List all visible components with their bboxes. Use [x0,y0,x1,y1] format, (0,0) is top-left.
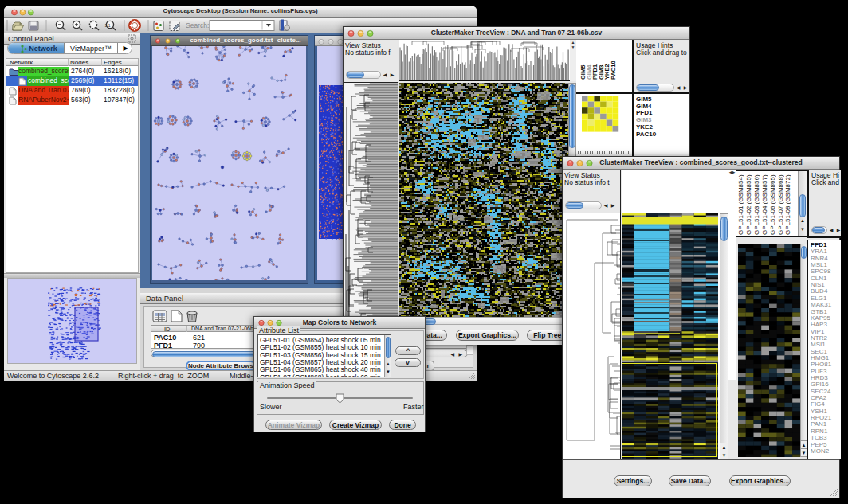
svg-text:1:1: 1:1 [105,23,111,28]
svg-text:Search:: Search: [186,21,209,29]
